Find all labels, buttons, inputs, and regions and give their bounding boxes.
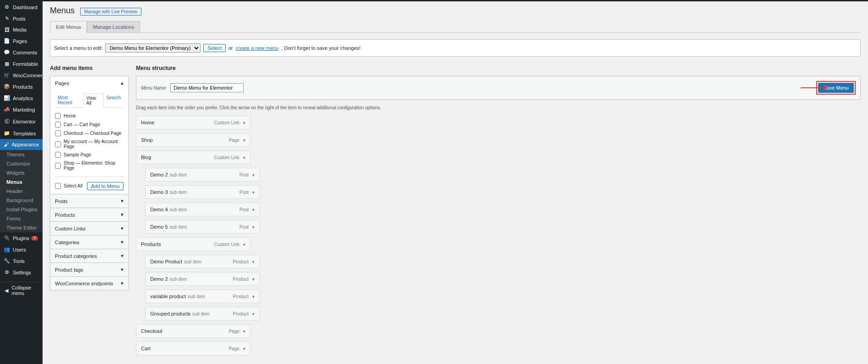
sidebar-item-templates[interactable]: 📁Templates [0,128,43,139]
expand-icon[interactable]: ▾ [243,138,245,143]
menu-name-input[interactable] [170,83,244,92]
expand-icon[interactable]: ▾ [243,120,245,125]
page-checkbox-row[interactable]: Shop — Elementor, Shop Page [55,159,124,172]
menu-item-handle[interactable]: Demo 3sub itemPost▾ [145,185,260,199]
menu-name-row: Menu Name Save Menu [136,76,861,100]
accordion-pages[interactable]: Pages▴ [50,76,128,90]
accordion-label: Product categories [55,253,97,259]
menu-item-handle[interactable]: CheckoutPage▾ [136,324,250,338]
subtab-most-recent[interactable]: Most Recent [55,93,83,107]
create-new-menu-link[interactable]: create a new menu [236,45,279,51]
sidebar-item-elementor[interactable]: ⒺElementor [0,115,43,128]
sidebar-item-tools[interactable]: 🔧Tools [0,255,43,267]
menu-item-title: Demo 3 [150,189,168,195]
sidebar-item-pages[interactable]: 📄Pages [0,35,43,47]
accordion-product-tags[interactable]: Product tags▾ [50,263,128,276]
page-checkbox[interactable] [55,141,61,147]
sidebar-item-users[interactable]: 👥Users [0,244,43,255]
select-all-row[interactable]: Select All [55,182,82,190]
sidebar-item-woocommerce[interactable]: 🛒WooCommerce [0,70,43,81]
sidebar-item-posts[interactable]: ✎Posts [0,13,43,24]
select-menu-button[interactable]: Select [203,44,226,52]
page-checkbox-row[interactable]: Sample Page [55,150,124,159]
select-all-checkbox[interactable] [55,183,61,189]
sidebar-item-comments[interactable]: 💬Comments [0,47,43,58]
submenu-background[interactable]: Background [0,196,43,205]
submenu-themes[interactable]: Themes [0,150,43,159]
expand-icon[interactable]: ▾ [252,207,255,212]
accordion-label: Categories [55,240,79,245]
expand-icon[interactable]: ▾ [252,259,255,264]
page-checkbox[interactable] [55,122,61,128]
submenu-theme-editor[interactable]: Theme Editor [0,223,43,232]
manage-live-preview-button[interactable]: Manage with Live Preview [80,8,141,16]
submenu-customize[interactable]: Customize [0,159,43,168]
chevron-icon: ▾ [121,198,124,204]
sidebar-item-formidable[interactable]: ▦Formidable [0,58,43,70]
menu-item-handle[interactable]: Grouped productssub itemProduct▾ [145,307,260,321]
menu-item-subtext: sub item [170,277,187,282]
sidebar-item-appearance[interactable]: 🖌Appearance [0,139,43,150]
accordion-categories[interactable]: Categories▾ [50,236,128,249]
expand-icon[interactable]: ▾ [243,329,245,334]
menu-item-handle[interactable]: HomeCustom Link▾ [136,116,250,129]
menu-item-handle[interactable]: ProductsCustom Link▾ [136,237,250,251]
posts-icon: ✎ [4,16,10,21]
sidebar-item-settings[interactable]: ⚙Settings [0,267,43,278]
menu-item-type: Page [229,329,239,334]
page-checkbox-row[interactable]: Home [55,112,124,120]
page-checkbox-row[interactable]: Checkout — Checkout Page [55,129,124,138]
menu-item-handle[interactable]: Demo 2sub itemPost▾ [145,168,260,182]
submenu-menus[interactable]: Menus [0,177,43,187]
page-checkbox-row[interactable]: Cart — Cart Page [55,120,124,129]
tab-manage-locations[interactable]: Manage Locations [87,21,140,33]
menu-item-handle[interactable]: BlogCustom Link▾ [136,150,250,164]
drag-instructions: Drag each item into the order you prefer… [136,105,861,110]
expand-icon[interactable]: ▾ [252,225,255,230]
menu-item-handle[interactable]: CartPage▾ [136,342,250,355]
sidebar-item-analytics[interactable]: 📊Analytics [0,92,43,104]
menu-item-handle[interactable]: ShopPage▾ [136,133,250,147]
expand-icon[interactable]: ▾ [243,155,245,160]
page-checkbox[interactable] [55,163,61,169]
menu-item-handle[interactable]: Demo 2sub itemProduct▾ [145,272,260,286]
nav-tabs: Edit MenusManage Locations [50,21,861,33]
menu-item-handle[interactable]: Demo 5sub itemPost▾ [145,220,260,234]
menu-item-type: Product [233,277,249,282]
page-checkbox-row[interactable]: My account — My Account Page [55,138,124,150]
add-to-menu-button[interactable]: Add to Menu [87,182,124,190]
sidebar-item-products[interactable]: 📦Products [0,81,43,92]
media-icon: 🖼 [4,27,10,32]
expand-icon[interactable]: ▾ [243,346,245,351]
page-checkbox[interactable] [55,130,61,136]
expand-icon[interactable]: ▾ [252,190,255,195]
menu-item-handle[interactable]: variable productsub itemProduct▾ [145,289,260,303]
accordion-woocommerce-endpoints[interactable]: WooCommerce endpoints▾ [50,277,128,290]
sidebar-item-plugins[interactable]: 🔌Plugins7 [0,232,43,244]
menu-select[interactable]: Demo Menu for Elementor (Primary) [105,43,201,53]
sidebar-item-dashboard[interactable]: ⚙Dashboard [0,1,43,13]
submenu-install-plugins[interactable]: Install Plugins [0,205,43,214]
tab-edit-menus[interactable]: Edit Menus [50,21,87,33]
subtab-search[interactable]: Search [103,93,124,107]
collapse-menu-button[interactable]: ◀Collapse menu [0,282,43,299]
subtab-view-all[interactable]: View All [83,93,104,108]
page-checkbox[interactable] [55,152,61,158]
submenu-header[interactable]: Header [0,187,43,196]
expand-icon[interactable]: ▾ [252,172,255,177]
accordion-products[interactable]: Products▾ [50,208,128,221]
expand-icon[interactable]: ▾ [252,294,255,299]
menu-item-handle[interactable]: Demo 4sub itemPost▾ [145,203,260,216]
menu-item-handle[interactable]: Demo Productsub itemProduct▾ [145,255,260,268]
accordion-custom-links[interactable]: Custom Links▾ [50,222,128,235]
accordion-product-categories[interactable]: Product categories▾ [50,249,128,262]
sidebar-item-media[interactable]: 🖼Media [0,24,43,35]
submenu-widgets[interactable]: Widgets [0,168,43,177]
sidebar-item-marketing[interactable]: 📣Marketing [0,104,43,115]
page-checkbox[interactable] [55,113,61,119]
accordion-posts[interactable]: Posts▾ [50,194,128,208]
expand-icon[interactable]: ▾ [243,242,245,247]
expand-icon[interactable]: ▾ [252,277,255,282]
expand-icon[interactable]: ▾ [252,311,255,316]
submenu-forms[interactable]: Forms [0,214,43,223]
